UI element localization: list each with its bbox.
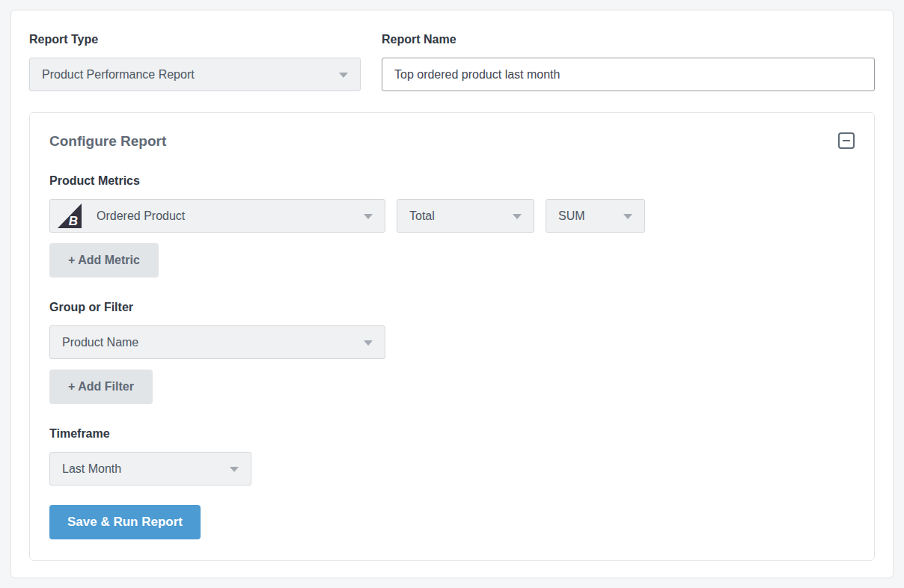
minus-icon [843,140,850,141]
svg-text:B: B [69,214,78,228]
metric-source-value: Ordered Product [97,209,185,223]
caret-down-icon [230,467,239,472]
timeframe-value: Last Month [62,462,121,476]
caret-down-icon [364,214,373,219]
report-type-select[interactable]: Product Performance Report [29,58,361,91]
report-name-input[interactable] [382,58,875,91]
caret-down-icon [623,214,632,219]
configure-report-title: Configure Report [49,132,166,150]
configure-report-card: Configure Report Product Metrics B Order… [29,112,875,561]
configure-report-header: Configure Report [49,132,855,150]
add-metric-button[interactable]: + Add Metric [49,243,159,278]
metric-field-select[interactable]: Total [397,199,534,233]
timeframe-select[interactable]: Last Month [49,452,251,486]
group-or-filter-value: Product Name [62,336,138,349]
report-header-row: Report Type Product Performance Report R… [29,33,875,91]
report-type-value: Product Performance Report [42,68,195,82]
report-builder-card: Report Type Product Performance Report R… [10,10,894,578]
caret-down-icon [513,214,522,219]
timeframe-label: Timeframe [49,426,855,441]
report-name-field: Report Name [382,33,875,91]
product-metrics-label: Product Metrics [49,174,855,188]
caret-down-icon [339,73,348,78]
save-button-row: Save & Run Report [49,486,855,539]
collapse-section-button[interactable] [838,132,855,149]
save-run-report-button[interactable]: Save & Run Report [49,505,201,539]
report-name-label: Report Name [382,33,875,46]
metric-row: B Ordered Product Total SUM [49,199,855,233]
metric-source-select[interactable]: B Ordered Product [49,199,385,233]
metric-aggregation-select[interactable]: SUM [546,199,645,233]
report-type-field: Report Type Product Performance Report [29,33,361,91]
group-or-filter-label: Group or Filter [49,300,855,314]
caret-down-icon [364,340,373,346]
report-type-label: Report Type [29,33,361,46]
metric-field-value: Total [409,209,435,223]
add-filter-button[interactable]: + Add Filter [49,370,153,404]
group-or-filter-select[interactable]: Product Name [49,325,385,359]
bigcommerce-icon: B [58,203,82,228]
metric-aggregation-value: SUM [558,209,585,223]
